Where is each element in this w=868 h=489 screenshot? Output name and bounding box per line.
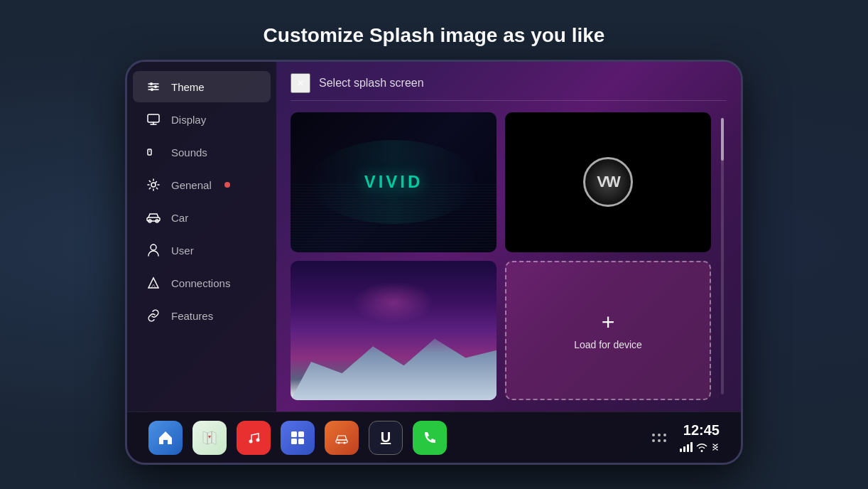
sidebar-item-display[interactable]: Display	[133, 104, 271, 135]
scrollbar-thumb	[721, 118, 724, 161]
load-device-cell[interactable]: + Load for device	[505, 261, 711, 401]
dock-app-phone[interactable]	[413, 421, 447, 455]
svg-rect-26	[298, 439, 304, 444]
sidebar-item-theme-label: Theme	[171, 81, 205, 93]
status-time: 12:45	[683, 422, 720, 439]
page-title: Customize Splash image as you like	[264, 24, 605, 47]
content-title: Select splash screen	[319, 77, 424, 90]
svg-rect-27	[336, 440, 347, 443]
splash-option-vw[interactable]: VW	[505, 112, 711, 252]
sidebar-item-general[interactable]: Genenal	[133, 169, 271, 200]
svg-rect-25	[291, 439, 297, 444]
sidebar-item-general-label: Genenal	[171, 179, 212, 191]
connections-icon	[146, 275, 161, 291]
load-plus-icon: +	[602, 311, 615, 333]
dot	[663, 434, 666, 436]
sidebar-item-connections-label: Connections	[171, 277, 230, 289]
car-icon	[146, 210, 161, 225]
user-icon	[146, 242, 161, 258]
dock-app-home[interactable]	[148, 421, 183, 455]
sidebar-item-sounds[interactable]: Sounds	[133, 136, 271, 168]
status-icons	[680, 441, 720, 453]
svg-rect-24	[298, 431, 304, 437]
bar1	[680, 448, 682, 452]
sidebar-item-car[interactable]: Car	[133, 202, 271, 233]
vivid-text: VIVID	[364, 172, 423, 192]
svg-rect-6	[148, 114, 159, 122]
vw-logo: VW	[583, 157, 633, 207]
bar3	[687, 444, 689, 452]
dock-app-grid[interactable]	[281, 421, 315, 455]
dock-app-underline[interactable]: U	[369, 421, 403, 455]
svg-point-5	[151, 88, 153, 91]
wifi-icon	[696, 442, 707, 452]
sounds-icon	[146, 144, 161, 160]
general-badge	[224, 182, 230, 188]
dock-app-music[interactable]	[237, 421, 271, 455]
svg-point-15	[151, 244, 156, 250]
svg-point-4	[154, 85, 157, 88]
sidebar-item-theme[interactable]: Theme	[133, 71, 271, 102]
dot	[658, 434, 661, 436]
content-area: × Select splash screen VIVID VW	[276, 62, 741, 412]
sidebar-item-sounds-label: Sounds	[171, 146, 207, 158]
sidebar-item-features-label: Features	[171, 310, 213, 322]
sidebar: Theme Display	[127, 62, 276, 412]
dock: U 12:45	[127, 412, 741, 463]
svg-point-21	[249, 439, 253, 443]
signal-bars-icon	[680, 442, 693, 452]
sidebar-item-features[interactable]: Features	[133, 300, 271, 331]
underline-letter: U	[381, 429, 391, 446]
svg-rect-23	[291, 431, 297, 437]
tablet-screen: Theme Display	[127, 62, 741, 463]
load-device-label: Load for device	[574, 339, 642, 350]
svg-point-29	[344, 441, 346, 444]
bluetooth-icon	[711, 441, 720, 453]
svg-point-22	[256, 438, 260, 441]
svg-marker-16	[148, 278, 158, 288]
dots-row-1	[652, 434, 666, 436]
close-button[interactable]: ×	[291, 73, 310, 93]
sidebar-item-user[interactable]: User	[133, 235, 271, 266]
sidebar-item-car-label: Car	[171, 212, 188, 224]
sidebar-item-connections[interactable]: Connections	[133, 267, 271, 299]
dot	[663, 439, 666, 442]
tablet-frame: Theme Display	[125, 60, 743, 465]
bar4	[690, 442, 693, 452]
dock-app-maps[interactable]	[192, 421, 227, 455]
status-area: 12:45	[680, 422, 720, 453]
main-area: Theme Display	[127, 62, 741, 412]
sidebar-item-display-label: Display	[171, 114, 206, 126]
content-header: × Select splash screen	[291, 73, 727, 101]
content-with-scroll: VIVID VW + Load for device	[291, 112, 727, 400]
link-icon	[146, 308, 161, 323]
sliders-icon	[146, 79, 161, 95]
display-icon	[146, 112, 161, 127]
bar2	[683, 446, 685, 452]
svg-point-28	[338, 441, 340, 444]
dock-app-carplay[interactable]	[325, 421, 359, 455]
svg-point-11	[151, 183, 156, 187]
dot	[658, 439, 661, 442]
splash-image-grid: VIVID VW + Load for device	[291, 112, 718, 400]
svg-point-3	[150, 82, 153, 85]
dot	[652, 434, 655, 436]
dock-menu-dots[interactable]	[649, 434, 670, 442]
scrollbar[interactable]	[721, 118, 724, 394]
dot	[652, 439, 655, 442]
splash-option-vivid[interactable]: VIVID	[291, 112, 497, 252]
dots-row-2	[652, 439, 666, 442]
sidebar-item-user-label: User	[171, 244, 194, 257]
gear-icon	[146, 177, 161, 193]
splash-option-mountains[interactable]	[291, 261, 497, 401]
